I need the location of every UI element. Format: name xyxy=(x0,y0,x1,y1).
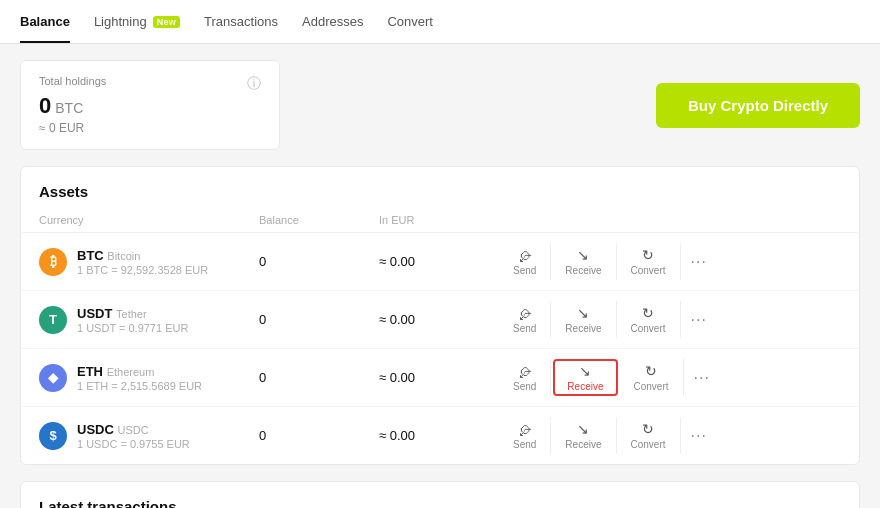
asset-info-eth: ◆ ETH Ethereum 1 ETH = 2,515.5689 EUR xyxy=(39,364,259,392)
tab-transactions[interactable]: Transactions xyxy=(204,0,278,43)
col-eur: In EUR xyxy=(379,214,499,226)
transactions-section: Latest transactions xyxy=(20,481,860,508)
holdings-card: Total holdings ⓘ 0 BTC ≈ 0 EUR xyxy=(20,60,280,150)
lightning-badge: New xyxy=(153,16,180,28)
send-button-btc[interactable]: ⌮ Send xyxy=(499,243,551,280)
coin-name-eth: ETH Ethereum 1 ETH = 2,515.5689 EUR xyxy=(77,364,202,392)
send-icon: ⌮ xyxy=(518,421,532,437)
asset-balance-eth: 0 xyxy=(259,370,379,385)
assets-section: Assets Currency Balance In EUR ₿ BTC Bit… xyxy=(20,166,860,465)
main-content: Total holdings ⓘ 0 BTC ≈ 0 EUR Buy Crypt… xyxy=(0,44,880,508)
col-balance: Balance xyxy=(259,214,379,226)
asset-balance-usdc: 0 xyxy=(259,428,379,443)
tab-addresses[interactable]: Addresses xyxy=(302,0,363,43)
coin-icon-usdc: $ xyxy=(39,422,67,450)
asset-info-usdt: T USDT Tether 1 USDT = 0.9771 EUR xyxy=(39,306,259,334)
receive-icon: ↘ xyxy=(579,363,591,379)
asset-balance-usdt: 0 xyxy=(259,312,379,327)
holdings-row: Total holdings ⓘ 0 BTC ≈ 0 EUR Buy Crypt… xyxy=(20,60,860,150)
holdings-eur: ≈ 0 EUR xyxy=(39,121,261,135)
info-icon[interactable]: ⓘ xyxy=(247,75,261,93)
asset-balance-btc: 0 xyxy=(259,254,379,269)
send-button-eth[interactable]: ⌮ Send xyxy=(499,359,551,396)
send-button-usdc[interactable]: ⌮ Send xyxy=(499,417,551,454)
receive-icon: ↘ xyxy=(577,421,589,437)
asset-actions-btc: ⌮ Send ↘ Receive ↻ Convert ··· xyxy=(499,243,841,280)
app-container: Balance Lightning New Transactions Addre… xyxy=(0,0,880,508)
more-button-eth[interactable]: ··· xyxy=(684,365,720,391)
coin-icon-btc: ₿ xyxy=(39,248,67,276)
asset-info-usdc: $ USDC USDC 1 USDC = 0.9755 EUR xyxy=(39,422,259,450)
asset-eur-eth: ≈ 0.00 xyxy=(379,370,499,385)
asset-row: ₿ BTC Bitcoin 1 BTC = 92,592.3528 EUR 0 … xyxy=(21,233,859,291)
convert-button-usdc[interactable]: ↻ Convert xyxy=(617,417,681,454)
asset-rows-container: ₿ BTC Bitcoin 1 BTC = 92,592.3528 EUR 0 … xyxy=(21,233,859,464)
coin-icon-usdt: T xyxy=(39,306,67,334)
holdings-card-header: Total holdings ⓘ xyxy=(39,75,261,93)
convert-button-eth[interactable]: ↻ Convert xyxy=(620,359,684,396)
tab-lightning[interactable]: Lightning New xyxy=(94,0,180,43)
holdings-label: Total holdings xyxy=(39,75,106,87)
more-button-usdt[interactable]: ··· xyxy=(681,307,717,333)
convert-button-btc[interactable]: ↻ Convert xyxy=(617,243,681,280)
coin-name-btc: BTC Bitcoin 1 BTC = 92,592.3528 EUR xyxy=(77,248,208,276)
coin-name-usdt: USDT Tether 1 USDT = 0.9771 EUR xyxy=(77,306,188,334)
more-button-btc[interactable]: ··· xyxy=(681,249,717,275)
convert-icon: ↻ xyxy=(642,247,654,263)
asset-eur-usdt: ≈ 0.00 xyxy=(379,312,499,327)
buy-crypto-button[interactable]: Buy Crypto Directly xyxy=(656,83,860,128)
receive-button-usdc[interactable]: ↘ Receive xyxy=(551,417,616,454)
tab-balance[interactable]: Balance xyxy=(20,0,70,43)
asset-row: $ USDC USDC 1 USDC = 0.9755 EUR 0 ≈ 0.00… xyxy=(21,407,859,464)
transactions-title: Latest transactions xyxy=(39,498,841,508)
nav-tabs: Balance Lightning New Transactions Addre… xyxy=(0,0,880,44)
assets-title: Assets xyxy=(21,167,859,208)
holdings-amount: 0 BTC xyxy=(39,93,261,119)
receive-icon: ↘ xyxy=(577,305,589,321)
asset-info-btc: ₿ BTC Bitcoin 1 BTC = 92,592.3528 EUR xyxy=(39,248,259,276)
more-button-usdc[interactable]: ··· xyxy=(681,423,717,449)
convert-icon: ↻ xyxy=(642,305,654,321)
convert-icon: ↻ xyxy=(642,421,654,437)
receive-button-btc[interactable]: ↘ Receive xyxy=(551,243,616,280)
receive-icon: ↘ xyxy=(577,247,589,263)
send-button-usdt[interactable]: ⌮ Send xyxy=(499,301,551,338)
asset-actions-usdt: ⌮ Send ↘ Receive ↻ Convert ··· xyxy=(499,301,841,338)
convert-icon: ↻ xyxy=(645,363,657,379)
receive-button-eth[interactable]: ↘ Receive xyxy=(553,359,617,396)
coin-name-usdc: USDC USDC 1 USDC = 0.9755 EUR xyxy=(77,422,190,450)
asset-eur-usdc: ≈ 0.00 xyxy=(379,428,499,443)
asset-eur-btc: ≈ 0.00 xyxy=(379,254,499,269)
tab-convert[interactable]: Convert xyxy=(387,0,433,43)
asset-row: T USDT Tether 1 USDT = 0.9771 EUR 0 ≈ 0.… xyxy=(21,291,859,349)
send-icon: ⌮ xyxy=(518,363,532,379)
col-currency: Currency xyxy=(39,214,259,226)
coin-icon-eth: ◆ xyxy=(39,364,67,392)
assets-header: Currency Balance In EUR xyxy=(21,208,859,233)
asset-actions-eth: ⌮ Send ↘ Receive ↻ Convert ··· xyxy=(499,359,841,396)
asset-row: ◆ ETH Ethereum 1 ETH = 2,515.5689 EUR 0 … xyxy=(21,349,859,407)
receive-button-usdt[interactable]: ↘ Receive xyxy=(551,301,616,338)
convert-button-usdt[interactable]: ↻ Convert xyxy=(617,301,681,338)
send-icon: ⌮ xyxy=(518,247,532,263)
asset-actions-usdc: ⌮ Send ↘ Receive ↻ Convert ··· xyxy=(499,417,841,454)
send-icon: ⌮ xyxy=(518,305,532,321)
